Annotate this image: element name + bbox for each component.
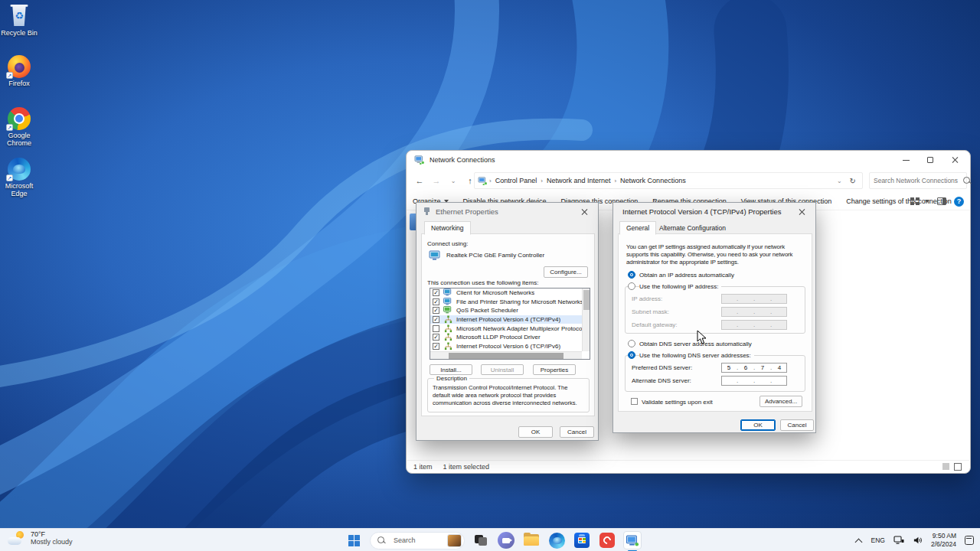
connection-items-list[interactable]: ✓ Client for Microsoft Networks ✓ File a… xyxy=(430,288,590,360)
show-hidden-icons-chevron[interactable] xyxy=(856,537,862,543)
search-input[interactable] xyxy=(870,177,962,184)
scrollbar-thumb[interactable] xyxy=(449,353,564,359)
breadcrumb-network-connections[interactable]: Network Connections xyxy=(618,177,688,184)
dialog-titlebar[interactable]: Internet Protocol Version 4 (TCP/IPv4) P… xyxy=(613,203,815,220)
task-view-button[interactable] xyxy=(472,531,490,549)
widgets-weather-button[interactable]: 70°F Mostly cloudy xyxy=(8,530,73,546)
item-count: 1 item xyxy=(413,463,433,471)
recent-locations-chevron[interactable]: ⌄ xyxy=(445,178,462,184)
list-item[interactable]: ✓ QoS Packet Scheduler xyxy=(430,306,590,315)
checkbox[interactable]: ✓ xyxy=(433,334,439,341)
dns-groupbox xyxy=(625,355,805,392)
install-button[interactable]: Install... xyxy=(430,364,472,375)
properties-button[interactable]: Properties xyxy=(533,364,576,375)
start-button[interactable] xyxy=(345,531,363,549)
subnet-mask-field[interactable]: ... xyxy=(721,307,787,317)
preview-pane-icon[interactable] xyxy=(937,197,946,205)
chat-button[interactable] xyxy=(497,531,515,549)
desktop-icon-firefox[interactable]: ↗ Firefox xyxy=(0,55,41,87)
minimize-button[interactable] xyxy=(893,151,918,169)
client-icon xyxy=(443,289,453,297)
icons-view-toggle-icon[interactable] xyxy=(954,463,962,471)
maximize-button[interactable] xyxy=(918,151,942,169)
tab-networking[interactable]: Networking xyxy=(424,221,471,235)
network-connections-taskbar-button[interactable] xyxy=(623,531,642,549)
connect-using-label: Connect using: xyxy=(427,240,468,247)
file-printer-sharing-icon xyxy=(443,298,453,306)
radio-obtain-ip[interactable] xyxy=(628,271,635,279)
file-explorer-button[interactable] xyxy=(522,531,541,549)
breadcrumb-network-and-internet[interactable]: Network and Internet xyxy=(544,177,613,184)
notification-center-icon[interactable] xyxy=(965,536,974,545)
desktop-icon-microsoft-edge[interactable]: ↗ Microsoft Edge xyxy=(0,158,41,198)
ok-button[interactable]: OK xyxy=(740,419,776,431)
checkbox[interactable]: ✓ xyxy=(433,307,439,314)
address-bar[interactable]: › Control Panel › Network and Internet ›… xyxy=(474,172,863,189)
items-heading: This connection uses the following items… xyxy=(427,279,538,286)
chat-icon xyxy=(498,532,514,549)
default-gateway-field[interactable]: ... xyxy=(721,320,787,330)
dialog-titlebar[interactable]: Ethernet Properties xyxy=(416,203,598,220)
ok-button[interactable]: OK xyxy=(518,426,553,438)
list-item[interactable]: ✓ Internet Protocol Version 6 (TCP/IPv6) xyxy=(430,342,590,351)
uninstall-button[interactable]: Uninstall xyxy=(481,364,524,375)
address-dropdown-chevron[interactable]: ⌄ xyxy=(837,178,842,184)
refresh-icon[interactable]: ↻ xyxy=(850,177,856,185)
checkbox[interactable]: ✓ xyxy=(433,298,439,305)
forward-button[interactable]: → xyxy=(428,176,445,185)
network-tray-icon[interactable] xyxy=(893,536,904,545)
checkbox[interactable] xyxy=(433,325,439,332)
scrollbar-thumb[interactable] xyxy=(583,290,590,310)
checkbox[interactable]: ✓ xyxy=(433,316,439,323)
close-icon xyxy=(798,208,805,216)
volume-tray-icon[interactable] xyxy=(913,536,923,545)
list-item[interactable]: Microsoft Network Adapter Multiplexor Pr… xyxy=(430,324,590,333)
search-label: Search xyxy=(394,536,447,544)
edge-button[interactable] xyxy=(547,531,566,549)
horizontal-scrollbar[interactable] xyxy=(430,351,582,359)
view-mode-button[interactable] xyxy=(910,197,929,205)
close-button[interactable] xyxy=(942,151,967,169)
clock[interactable]: 9:50 AM 2/6/2024 xyxy=(931,532,956,548)
close-button[interactable] xyxy=(792,205,812,218)
desktop-icon-recycle-bin[interactable]: ♻ Recycle Bin xyxy=(0,5,41,37)
close-button[interactable] xyxy=(574,205,594,218)
window-titlebar[interactable]: Network Connections xyxy=(407,151,970,169)
close-icon xyxy=(580,208,588,216)
radio-use-ip[interactable] xyxy=(628,282,635,290)
folder-icon xyxy=(524,534,539,546)
help-icon[interactable]: ? xyxy=(954,197,964,207)
language-indicator[interactable]: ENG xyxy=(871,536,884,544)
weather-temp: 70°F xyxy=(31,530,73,538)
list-item[interactable]: ✓ File and Printer Sharing for Microsoft… xyxy=(430,298,590,307)
microsoft-store-button[interactable] xyxy=(573,531,591,549)
cancel-button[interactable]: Cancel xyxy=(560,426,594,438)
list-item[interactable]: ✓ Client for Microsoft Networks xyxy=(430,289,590,298)
advanced-button[interactable]: Advanced... xyxy=(760,396,802,407)
list-item[interactable]: ✓ Microsoft LLDP Protocol Driver xyxy=(430,333,590,342)
red-c-app-button[interactable] xyxy=(598,531,616,549)
tab-alternate-configuration[interactable]: Alternate Configuration xyxy=(653,222,732,234)
tab-general[interactable]: General xyxy=(619,221,656,235)
breadcrumb-control-panel[interactable]: Control Panel xyxy=(493,177,540,184)
cancel-button[interactable]: Cancel xyxy=(780,419,814,431)
description-text: Transmission Control Protocol/Internet P… xyxy=(428,379,589,407)
alternate-dns-field[interactable]: ... xyxy=(721,376,787,386)
minimize-icon xyxy=(903,160,910,161)
taskbar-search-box[interactable]: Search xyxy=(370,532,465,549)
desktop-icon-label: Google Chrome xyxy=(0,132,41,148)
vertical-scrollbar[interactable] xyxy=(582,289,590,351)
details-view-toggle-icon[interactable] xyxy=(942,463,949,470)
ip-address-field[interactable]: ... xyxy=(721,294,787,304)
desktop-icon-google-chrome[interactable]: ↗ Google Chrome xyxy=(0,107,41,148)
back-button[interactable]: ← xyxy=(411,176,428,185)
configure-button[interactable]: Configure... xyxy=(544,266,588,278)
preferred-dns-field[interactable]: 5. 6. 7. 4 xyxy=(721,363,787,373)
list-item-selected[interactable]: ✓ Internet Protocol Version 4 (TCP/IPv4) xyxy=(430,315,590,324)
checkbox[interactable]: ✓ xyxy=(433,289,439,296)
radio-obtain-dns[interactable] xyxy=(628,340,635,347)
radio-use-dns[interactable] xyxy=(628,351,635,359)
checkbox[interactable]: ✓ xyxy=(433,343,439,350)
validate-checkbox[interactable] xyxy=(631,398,638,405)
explorer-search-box[interactable] xyxy=(869,172,967,189)
